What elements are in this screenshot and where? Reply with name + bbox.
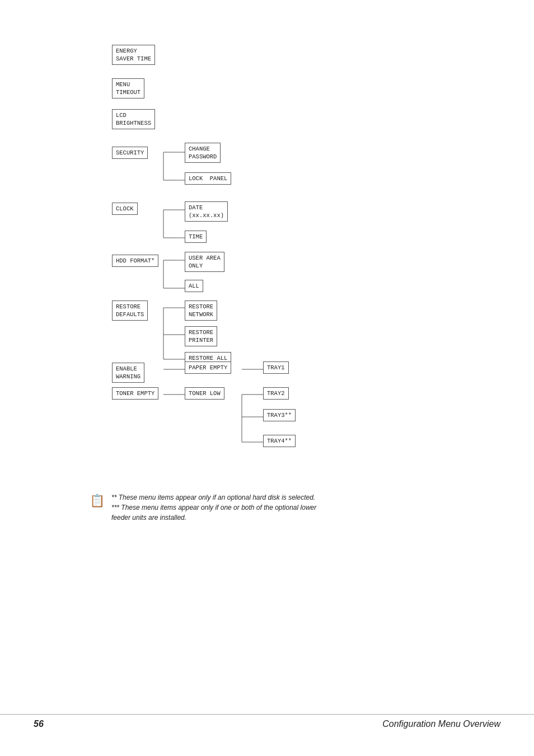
menu-item-tray1: TRAY1 — [263, 361, 289, 374]
menu-item-tray4: TRAY4** — [263, 435, 296, 447]
menu-item-restore-network: RESTORE NETWORK — [185, 300, 217, 321]
menu-item-restore-printer: RESTORE PRINTER — [185, 326, 217, 346]
page-number: 56 — [34, 719, 44, 729]
menu-item-change-password: CHANGE PASSWORD — [185, 143, 221, 163]
menu-item-tray3: TRAY3** — [263, 409, 296, 421]
note-text: ** These menu items appear only if an op… — [111, 492, 316, 523]
menu-item-lcd-brightness: LCD BRIGHTNESS — [112, 109, 155, 129]
menu-item-restore-defaults: RESTORE DEFAULTS — [112, 300, 148, 321]
menu-item-user-area-only: USER AREA ONLY — [185, 252, 224, 272]
page-footer: 56 Configuration Menu Overview — [0, 714, 534, 734]
menu-item-toner-empty: TONER EMPTY — [112, 387, 158, 400]
menu-item-menu-timeout: MENU TIMEOUT — [112, 78, 144, 98]
menu-item-clock: CLOCK — [112, 203, 138, 215]
menu-item-time: TIME — [185, 231, 207, 243]
note-line-3: feeder units are installed. — [111, 514, 186, 522]
menu-item-security: SECURITY — [112, 147, 148, 159]
menu-item-paper-empty: PAPER EMPTY — [185, 361, 231, 374]
menu-item-toner-low: TONER LOW — [185, 387, 224, 400]
note-icon: 📋 — [90, 494, 105, 509]
note-line-2: *** These menu items appear only if one … — [111, 504, 316, 511]
page-title: Configuration Menu Overview — [382, 719, 500, 729]
page-container: ENERGY SAVER TIME MENU TIMEOUT LCD BRIGH… — [0, 0, 534, 756]
menu-item-all: ALL — [185, 280, 203, 292]
menu-item-energy-saver-time: ENERGY SAVER TIME — [112, 45, 155, 65]
menu-item-tray2: TRAY2 — [263, 387, 289, 400]
menu-item-hdd-format: HDD FORMAT* — [112, 255, 158, 267]
menu-item-date: DATE (xx.xx.xx) — [185, 201, 228, 222]
connector-lines — [112, 45, 504, 470]
notes-area: 📋 ** These menu items appear only if an … — [90, 492, 500, 523]
menu-item-lock-panel: LOCK PANEL — [185, 172, 231, 185]
menu-tree: ENERGY SAVER TIME MENU TIMEOUT LCD BRIGH… — [112, 45, 504, 470]
note-line-1: ** These menu items appear only if an op… — [111, 494, 315, 501]
menu-item-enable-warning: ENABLE WARNING — [112, 363, 144, 383]
